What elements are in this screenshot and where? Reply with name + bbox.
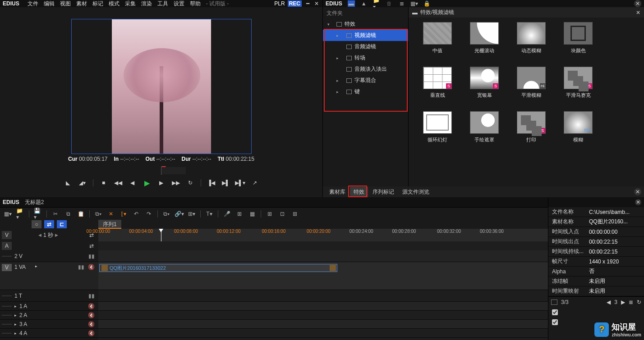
mode-normal-icon[interactable]: ○ — [32, 220, 41, 228]
viewer-frame[interactable] — [71, 19, 252, 154]
close-icon[interactable]: ✕ — [313, 0, 320, 7]
track-lanes[interactable]: QQ图片20160317133022 — [98, 250, 548, 340]
menu-file[interactable]: 文件 — [28, 0, 38, 8]
link-icon[interactable]: 🔗▾ — [175, 210, 183, 218]
next-frame-icon[interactable]: ▶ — [157, 179, 166, 187]
fx-item[interactable]: 手绘遮罩 — [462, 111, 507, 143]
track-head-2v[interactable]: 2 V▮▮ — [0, 250, 98, 262]
audio-patch[interactable]: A — [2, 242, 12, 250]
track-head-3a[interactable]: ▸3 A🔇 — [0, 320, 98, 329]
go-in-icon[interactable]: ▐◀ — [207, 179, 216, 187]
menu-edit[interactable]: 编辑 — [44, 0, 55, 8]
track-head-2a[interactable]: ▸2 A🔇 — [0, 311, 98, 320]
normalize-icon[interactable]: ⊞ — [266, 210, 274, 218]
group-icon[interactable]: ⧉▾ — [162, 210, 170, 218]
tab-effects[interactable]: 特效 — [350, 187, 368, 197]
video-patch[interactable]: V — [2, 231, 12, 239]
new-seq-icon[interactable]: ▦▾ — [4, 210, 12, 218]
go-out-icon[interactable]: ▶▌ — [222, 179, 230, 187]
voice-over-icon[interactable]: 🎤 — [223, 210, 231, 218]
loudness-icon[interactable]: ▦ — [248, 210, 256, 218]
rewind-icon[interactable]: ◀◀ — [114, 179, 122, 187]
copy-icon[interactable]: ⧉ — [64, 210, 72, 218]
fx-item[interactable]: Hi平滑模糊 — [509, 67, 554, 99]
track-head-4a[interactable]: ▸4 A🔇 — [0, 329, 98, 338]
menu-render[interactable]: 渲染 — [141, 0, 152, 8]
grid-view-icon[interactable]: ▦▾ — [411, 0, 418, 7]
prev-edit-icon[interactable]: ▶▌▾ — [236, 179, 244, 187]
tree-item-audio-filter[interactable]: 音频滤镜 — [323, 41, 408, 52]
layer-checkbox[interactable] — [552, 319, 558, 325]
sequence-tab[interactable]: 序列1 — [98, 220, 121, 229]
track-head-1a[interactable]: ▸1 A🔇 — [0, 302, 98, 311]
fx-item[interactable]: 循环幻灯 — [415, 111, 460, 143]
paste-icon[interactable]: 📋 — [77, 210, 85, 218]
menu-clip[interactable]: 素材 — [76, 0, 87, 8]
fx-item[interactable]: S垂直线 — [415, 67, 460, 99]
tab-bin[interactable]: 素材库 — [326, 187, 349, 197]
cut-icon[interactable]: ✂ — [51, 210, 60, 218]
next-page-icon[interactable]: ▶ — [621, 299, 625, 305]
set-in-icon[interactable]: ◣ — [64, 179, 72, 187]
play-icon[interactable]: ▶ — [143, 179, 151, 187]
menu-tool[interactable]: 工具 — [157, 0, 168, 8]
new-folder-icon[interactable]: 📁▾ — [373, 0, 380, 7]
zoom-level[interactable]: ◀1 秒▶ — [12, 231, 85, 239]
tree-item-transition[interactable]: ▸转场 — [323, 52, 408, 63]
render-icon[interactable]: ⊡ — [278, 210, 286, 218]
lock-icon[interactable]: 🔒 — [423, 0, 431, 7]
tree-root[interactable]: ▾特效 — [323, 18, 408, 30]
menu-marker[interactable]: 标记 — [92, 0, 103, 8]
mode-overwrite-icon[interactable]: ⊏ — [57, 220, 67, 228]
close-icon[interactable]: ✕ — [635, 199, 641, 205]
track-head-1va[interactable]: V1 VA▸▮▮🔇 — [0, 262, 98, 290]
fx-item[interactable]: 块颜色 — [556, 22, 601, 54]
fx-item[interactable]: 光栅滚动 — [462, 22, 507, 54]
track-head-1t[interactable]: 1 T▮▮ — [0, 290, 98, 302]
fx-item[interactable]: 模糊 — [556, 111, 601, 143]
fx-item[interactable]: S平滑马赛克 — [556, 67, 601, 99]
folder-icon[interactable]: ▬ — [348, 0, 355, 7]
tree-item-title-mix[interactable]: ▸字幕混合 — [323, 75, 408, 86]
menu-settings[interactable]: 设置 — [174, 0, 184, 8]
menu-help[interactable]: 帮助 — [190, 0, 201, 8]
fx-item[interactable]: 动态模糊 — [509, 22, 554, 54]
export-icon[interactable]: ⊞ — [291, 210, 299, 218]
tree-item-audio-fade[interactable]: 音频淡入淡出 — [323, 63, 408, 75]
close-icon[interactable]: ✕ — [634, 188, 641, 195]
folder-icon[interactable]: 📁▾ — [16, 210, 24, 218]
fx-item[interactable]: S宽银幕 — [462, 67, 507, 99]
minimize-icon[interactable]: ━ — [304, 0, 311, 7]
export-icon[interactable]: ↗ — [251, 179, 259, 187]
undo-icon[interactable]: ↶ — [132, 210, 140, 218]
timeline-clip[interactable]: QQ图片20160317133022 — [99, 264, 337, 272]
loop-icon[interactable]: ↻ — [186, 179, 194, 187]
tree-item-key[interactable]: ▸键 — [323, 86, 408, 97]
up-icon[interactable]: ▲ — [360, 0, 368, 7]
title-icon[interactable]: T▾ — [205, 210, 213, 218]
panel-close-icon[interactable]: ✕ — [634, 0, 641, 7]
menu-mode[interactable]: 模式 — [109, 0, 120, 8]
redo-icon[interactable]: ↷ — [145, 210, 153, 218]
tab-source-browser[interactable]: 源文件浏览 — [399, 187, 433, 197]
refresh-icon[interactable]: ↻ — [637, 299, 641, 305]
save-icon[interactable]: 💾▾ — [34, 210, 42, 218]
prev-frame-icon[interactable]: ◀ — [129, 179, 137, 187]
multicam-icon[interactable]: ⊞ — [235, 210, 244, 218]
layer-checkbox[interactable] — [552, 309, 558, 315]
ripple-delete-icon[interactable]: ✕ — [107, 210, 115, 218]
prev-page-icon[interactable]: ◀ — [607, 299, 611, 305]
menu-capture[interactable]: 采集 — [125, 0, 136, 8]
snap-icon[interactable]: ⊞▾ — [188, 210, 196, 218]
tab-seq-marker[interactable]: 序列标记 — [369, 187, 398, 197]
time-ruler[interactable]: 00:00:00:00 00:00:04:00 00:00:08:00 00:0… — [98, 229, 548, 241]
fast-forward-icon[interactable]: ▶▶ — [172, 179, 180, 187]
fx-item[interactable]: S打印 — [509, 111, 554, 143]
menu-view[interactable]: 视图 — [60, 0, 71, 8]
mode-insert-icon[interactable]: ⇄ — [44, 220, 54, 228]
split-icon[interactable]: ⟦▾ — [120, 210, 128, 218]
list-icon[interactable]: ≣ — [629, 299, 633, 305]
set-out-icon[interactable]: ◢▾ — [78, 179, 87, 187]
fx-item[interactable]: 中值 — [415, 22, 460, 54]
tree-item-video-filter[interactable]: ▸视频滤镜 — [323, 30, 408, 41]
